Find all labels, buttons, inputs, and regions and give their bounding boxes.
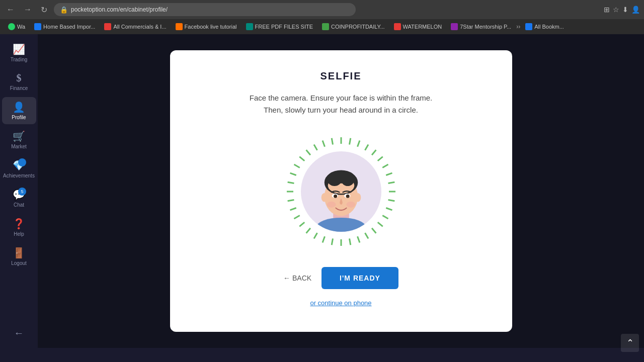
back-button[interactable]: ← — [4, 4, 17, 15]
bookmark-favicon — [322, 23, 329, 30]
bookmark-favicon — [394, 23, 401, 30]
sidebar-label: Profile — [12, 115, 26, 120]
bookmark-facebook[interactable]: Facebook live tutorial — [172, 22, 241, 31]
sidebar-label: Chat — [14, 202, 24, 208]
address-text: pocketoption.com/en/cabinet/profile/ — [71, 6, 168, 13]
svg-line-3 — [382, 216, 388, 219]
sidebar-label: Logout — [11, 260, 27, 266]
svg-point-51 — [346, 202, 355, 208]
modal-title: SELFIE — [320, 70, 361, 82]
button-row: ← BACK I'M READY — [283, 267, 398, 289]
svg-line-34 — [386, 173, 392, 175]
market-icon: 🛒 — [13, 130, 25, 142]
selfie-modal: SELFIE Face the camera. Ensure your face… — [170, 50, 512, 332]
svg-line-19 — [287, 182, 294, 183]
profile-nav-icon: 👤 — [13, 101, 25, 113]
bookmark-favicon — [246, 23, 253, 30]
sidebar-label: Finance — [10, 85, 28, 91]
sidebar-item-logout[interactable]: 🚪 Logout — [2, 243, 36, 270]
svg-line-4 — [377, 222, 382, 226]
svg-point-44 — [321, 193, 327, 202]
svg-line-17 — [287, 200, 294, 201]
bookmark-commercials[interactable]: All Commercials & I... — [100, 22, 170, 31]
bookmark-wa[interactable]: Wa — [4, 22, 29, 31]
modal-desc-line2: Then, slowly turn your head around in a … — [264, 106, 418, 114]
sidebar-item-achievements[interactable]: 💎 Achievements — [2, 155, 36, 183]
svg-line-22 — [299, 157, 304, 161]
help-icon: ❓ — [13, 218, 25, 230]
svg-line-25 — [323, 141, 325, 147]
bookmark-favicon — [104, 23, 111, 30]
finance-icon: $ — [17, 72, 22, 84]
sidebar-item-profile[interactable]: 👤 Profile — [2, 97, 36, 124]
svg-line-26 — [332, 138, 333, 145]
sidebar: 📈 Trading $ Finance 👤 Profile 🛒 Market 💎… — [0, 34, 38, 348]
address-bar[interactable]: 🔒 pocketoption.com/en/cabinet/profile/ — [54, 3, 356, 16]
svg-point-50 — [327, 202, 336, 208]
svg-line-32 — [377, 157, 382, 161]
sidebar-label: Achievements — [3, 173, 35, 178]
bookmark-coin[interactable]: COINPROFITDAILY... — [318, 22, 389, 31]
phone-link[interactable]: or continue on phone — [310, 299, 371, 307]
modal-desc-line1: Face the camera. Ensure your face is wit… — [250, 94, 433, 102]
face-svg — [306, 161, 376, 232]
main-layout: 📈 Trading $ Finance 👤 Profile 🛒 Market 💎… — [0, 34, 644, 348]
badge-container: 💎 — [13, 159, 25, 171]
sidebar-item-help[interactable]: ❓ Help — [2, 214, 36, 241]
svg-line-23 — [306, 150, 310, 155]
scroll-up-button[interactable]: ⌃ — [621, 334, 639, 352]
more-bookmarks[interactable]: ›› — [516, 23, 520, 30]
svg-point-48 — [334, 195, 337, 198]
browser-navbar: ← → ↻ 🔒 pocketoption.com/en/cabinet/prof… — [0, 0, 644, 19]
svg-line-31 — [372, 150, 376, 155]
bookmarks-bar: Wa Home Based Impor... All Commercials &… — [0, 19, 644, 34]
sidebar-back-button[interactable]: ← — [10, 323, 28, 343]
download-icon[interactable]: ⬇ — [622, 6, 628, 14]
bookmark-favicon — [525, 23, 532, 30]
achievements-badge — [18, 158, 26, 166]
svg-line-30 — [365, 144, 368, 150]
profile-icon[interactable]: 👤 — [631, 6, 640, 14]
sidebar-label: Market — [11, 144, 27, 149]
sidebar-label: Help — [14, 231, 24, 237]
badge-container: 💬 5 — [13, 189, 25, 201]
extensions-icon[interactable]: ⊞ — [604, 6, 610, 14]
svg-line-1 — [388, 200, 394, 201]
bookmark-7star[interactable]: 7Star Mentorship P... — [447, 22, 515, 31]
svg-point-43 — [341, 175, 354, 186]
svg-line-12 — [314, 233, 317, 238]
svg-line-10 — [332, 239, 333, 245]
svg-line-29 — [357, 141, 359, 147]
ready-button[interactable]: I'M READY — [321, 267, 398, 289]
bookmark-all[interactable]: All Bookm... — [521, 22, 568, 31]
bookmark-home[interactable]: Home Based Impor... — [30, 22, 99, 31]
sidebar-item-trading[interactable]: 📈 Trading — [2, 39, 36, 66]
svg-line-7 — [357, 236, 359, 242]
svg-line-8 — [349, 239, 350, 245]
sidebar-item-chat[interactable]: 💬 5 Chat — [2, 185, 36, 212]
svg-line-20 — [290, 173, 296, 175]
nav-icons: ⊞ ☆ ⬇ 👤 — [604, 6, 640, 14]
browser-chrome: ← → ↻ 🔒 pocketoption.com/en/cabinet/prof… — [0, 0, 644, 34]
reload-button[interactable]: ↻ — [38, 4, 50, 16]
logout-icon: 🚪 — [13, 247, 25, 259]
bookmark-favicon — [176, 23, 183, 30]
svg-line-24 — [314, 144, 317, 150]
sidebar-item-finance[interactable]: $ Finance — [2, 68, 36, 95]
trading-icon: 📈 — [13, 43, 25, 55]
sidebar-item-market[interactable]: 🛒 Market — [2, 126, 36, 153]
face-circle — [301, 151, 381, 232]
svg-line-11 — [323, 236, 325, 242]
forward-button[interactable]: → — [21, 4, 34, 15]
svg-line-13 — [306, 228, 310, 233]
chat-badge: 5 — [18, 188, 26, 196]
svg-line-6 — [365, 233, 368, 238]
face-illustration: // We'll use inline approach with multip… — [286, 136, 396, 247]
bookmark-pdf[interactable]: FREE PDF FILES SITE — [242, 22, 317, 31]
svg-line-14 — [299, 222, 304, 226]
bookmark-icon[interactable]: ☆ — [613, 6, 619, 14]
svg-line-15 — [294, 216, 299, 219]
bookmark-watermelon[interactable]: WATERMELON — [390, 22, 446, 31]
back-button[interactable]: ← BACK — [283, 274, 311, 282]
bookmark-favicon — [34, 23, 41, 30]
